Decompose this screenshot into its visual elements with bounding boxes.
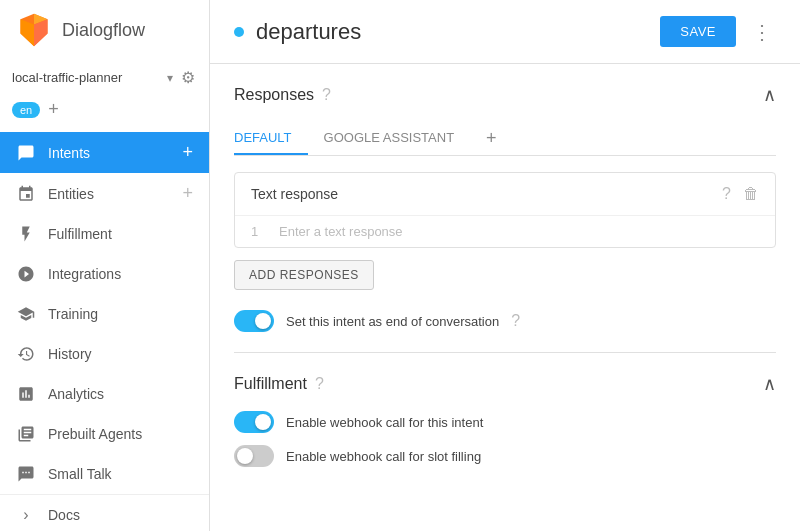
small-talk-icon [16,464,36,484]
history-label: History [48,346,193,362]
logo-area: Dialogflow [0,0,209,60]
sidebar-item-training[interactable]: Training [0,294,209,334]
slot-filling-toggle[interactable] [234,445,274,467]
intent-status-dot [234,27,244,37]
responses-section-title: Responses ? [234,86,331,104]
responses-help-icon[interactable]: ? [322,86,331,104]
text-response-actions: ? 🗑 [722,185,759,203]
tab-default[interactable]: DEFAULT [234,122,308,155]
webhook-toggle-row: Enable webhook call for this intent [234,411,776,433]
sidebar-nav: Intents + Entities + Fulfillment Integra… [0,132,209,494]
history-icon [16,344,36,364]
end-conversation-label: Set this intent as end of conversation [286,314,499,329]
webhook-toggle-knob [255,414,271,430]
fulfillment-help-icon[interactable]: ? [315,375,324,393]
text-response-help-icon[interactable]: ? [722,185,731,203]
response-row-number: 1 [251,224,267,239]
text-response-title: Text response [251,186,338,202]
end-conversation-toggle[interactable] [234,310,274,332]
sidebar: Dialogflow local-traffic-planner ▾ ⚙ en … [0,0,210,531]
fulfillment-section-title: Fulfillment ? [234,375,324,393]
language-row: en + [0,95,209,124]
fulfillment-section-header: Fulfillment ? ∧ [234,373,776,395]
page-header: departures SAVE ⋮ [210,0,800,64]
responses-section-header: Responses ? ∧ [234,84,776,106]
webhook-label: Enable webhook call for this intent [286,415,483,430]
slot-filling-toggle-knob [237,448,253,464]
integrations-label: Integrations [48,266,193,282]
fulfillment-collapse-icon[interactable]: ∧ [763,373,776,395]
intents-icon [16,143,36,163]
entities-label: Entities [48,186,170,202]
add-responses-button[interactable]: ADD RESPONSES [234,260,374,290]
entities-icon [16,184,36,204]
responses-title-text: Responses [234,86,314,104]
add-language-icon[interactable]: + [48,99,59,120]
add-tab-icon[interactable]: + [486,128,497,149]
sidebar-item-history[interactable]: History [0,334,209,374]
sidebar-item-fulfillment[interactable]: Fulfillment [0,214,209,254]
docs-chevron-icon: › [16,505,36,525]
logo-text: Dialogflow [62,20,145,41]
agent-row[interactable]: local-traffic-planner ▾ ⚙ [0,60,209,95]
save-button[interactable]: SAVE [660,16,736,47]
sidebar-item-entities[interactable]: Entities + [0,173,209,214]
text-response-input[interactable] [279,224,759,239]
language-badge[interactable]: en [12,102,40,118]
text-response-delete-icon[interactable]: 🗑 [743,185,759,203]
text-response-card-header: Text response ? 🗑 [235,173,775,216]
add-intent-icon[interactable]: + [182,142,193,163]
intents-label: Intents [48,145,170,161]
responses-collapse-icon[interactable]: ∧ [763,84,776,106]
main-area: departures SAVE ⋮ Responses ? ∧ DEFAULT … [210,0,800,531]
tab-google-assistant[interactable]: GOOGLE ASSISTANT [324,122,471,155]
training-label: Training [48,306,193,322]
text-response-row: 1 [235,216,775,247]
integrations-icon [16,264,36,284]
fulfillment-section: Fulfillment ? ∧ Enable webhook call for … [234,353,776,487]
responses-section: Responses ? ∧ DEFAULT GOOGLE ASSISTANT +… [234,64,776,353]
webhook-toggle-slider [234,411,274,433]
fulfillment-title-text: Fulfillment [234,375,307,393]
toggle-slider [234,310,274,332]
text-response-card: Text response ? 🗑 1 [234,172,776,248]
sidebar-bottom: › Docs [0,494,209,531]
slot-filling-toggle-row: Enable webhook call for slot filling [234,445,776,467]
add-entity-icon[interactable]: + [182,183,193,204]
end-of-conversation-toggle-row: Set this intent as end of conversation ? [234,310,776,332]
sidebar-item-integrations[interactable]: Integrations [0,254,209,294]
training-icon [16,304,36,324]
page-title: departures [256,19,648,45]
dialogflow-logo-icon [16,12,52,48]
toggle-knob [255,313,271,329]
main-content: Responses ? ∧ DEFAULT GOOGLE ASSISTANT +… [210,64,800,531]
sidebar-item-small-talk[interactable]: Small Talk [0,454,209,494]
slot-filling-label: Enable webhook call for slot filling [286,449,481,464]
analytics-label: Analytics [48,386,193,402]
prebuilt-agents-label: Prebuilt Agents [48,426,193,442]
slot-filling-toggle-slider [234,445,274,467]
response-tabs: DEFAULT GOOGLE ASSISTANT + [234,122,776,156]
sidebar-item-intents[interactable]: Intents + [0,132,209,173]
sidebar-item-prebuilt-agents[interactable]: Prebuilt Agents [0,414,209,454]
webhook-toggle[interactable] [234,411,274,433]
sidebar-item-analytics[interactable]: Analytics [0,374,209,414]
sidebar-item-docs[interactable]: › Docs [0,495,209,531]
end-conversation-help-icon[interactable]: ? [511,312,520,330]
small-talk-label: Small Talk [48,466,193,482]
more-options-icon[interactable]: ⋮ [748,20,776,44]
settings-icon[interactable]: ⚙ [179,66,197,89]
docs-label: Docs [48,507,80,523]
analytics-icon [16,384,36,404]
fulfillment-icon [16,224,36,244]
fulfillment-label: Fulfillment [48,226,193,242]
prebuilt-agents-icon [16,424,36,444]
agent-dropdown-icon[interactable]: ▾ [167,71,173,85]
agent-name: local-traffic-planner [12,70,161,85]
